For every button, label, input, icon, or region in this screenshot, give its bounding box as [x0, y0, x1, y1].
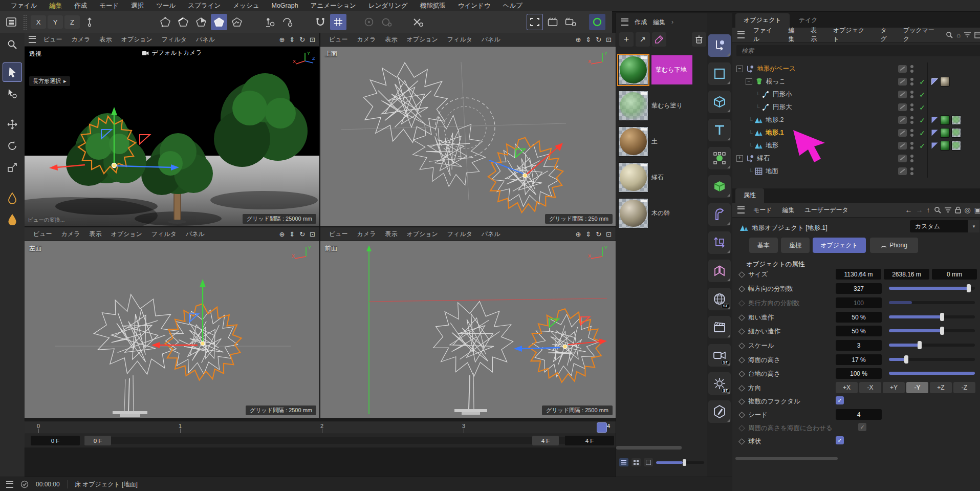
- phong-tag-icon[interactable]: [931, 78, 939, 86]
- parent-object-icon[interactable]: ↑: [927, 206, 930, 214]
- vp-menu-view[interactable]: ビュー: [324, 35, 353, 44]
- enable-check[interactable]: ✓: [917, 129, 927, 137]
- pan-view-icon[interactable]: ⊕: [279, 36, 285, 44]
- width-segments-slider[interactable]: [889, 287, 975, 290]
- quantize-settings-icon[interactable]: [379, 14, 395, 30]
- anim-key-icon[interactable]: [738, 438, 745, 445]
- tree-row-terrain[interactable]: └ 地形 ✓: [732, 139, 980, 152]
- modeling-axis-icon[interactable]: [409, 14, 426, 30]
- object-label[interactable]: 円形小: [773, 90, 792, 99]
- plateau-level-field[interactable]: 100 %: [836, 368, 882, 379]
- material-thumbnail[interactable]: [618, 126, 648, 157]
- spline-rectangle-icon[interactable]: [708, 62, 731, 85]
- vp-menu-filter[interactable]: フィルタ: [443, 230, 477, 239]
- viewport-perspective-canvas[interactable]: 透視 デフォルトカメラ 長方形選択▸ ビューの変換... グリッド間隔 : 25…: [25, 47, 319, 226]
- visibility-toggles[interactable]: [909, 103, 915, 111]
- pan-view-icon[interactable]: ⊕: [575, 36, 581, 44]
- material-paint-button[interactable]: [652, 32, 666, 47]
- workplane-icon[interactable]: [262, 14, 278, 30]
- tree-row-roots[interactable]: − 根っこ ✓: [732, 75, 980, 88]
- small-icons-view-icon[interactable]: [631, 458, 641, 466]
- om-menu-objects[interactable]: オブジェクト: [829, 26, 875, 44]
- track-icon[interactable]: ◎: [965, 206, 971, 214]
- annotate-pen-icon[interactable]: [708, 400, 731, 423]
- tab-objects[interactable]: オブジェクト: [735, 13, 790, 28]
- large-icons-view-icon[interactable]: [644, 458, 653, 466]
- search-icon[interactable]: [946, 31, 953, 38]
- polygons-mode-button[interactable]: [193, 14, 209, 30]
- menu-create[interactable]: 作成: [69, 2, 93, 10]
- tab-phong[interactable]: Phong: [870, 238, 918, 253]
- rough-furrows-field[interactable]: 50 %: [836, 312, 882, 323]
- orientation-minus-x[interactable]: -X: [859, 382, 881, 393]
- enable-check[interactable]: ✓: [917, 142, 927, 150]
- render-settings-button[interactable]: [562, 14, 579, 30]
- bend-deformer-icon[interactable]: [708, 203, 731, 226]
- vp-menu-panel[interactable]: パネル: [191, 35, 220, 44]
- preset-value[interactable]: カスタム: [910, 220, 968, 232]
- visibility-toggles[interactable]: [909, 78, 915, 86]
- list-view-icon[interactable]: [619, 458, 628, 466]
- rotate-view-icon[interactable]: ↻: [299, 36, 305, 44]
- om-menu-tags[interactable]: タグ: [876, 26, 897, 44]
- z-lock-button[interactable]: Z: [64, 15, 80, 29]
- panel-splitter[interactable]: [735, 457, 838, 460]
- material-tag-icon[interactable]: [951, 115, 961, 125]
- object-label[interactable]: 根っこ: [766, 77, 786, 86]
- status-menu-icon[interactable]: [6, 481, 13, 488]
- material-tag-icon[interactable]: [951, 141, 961, 151]
- expand-icon[interactable]: +: [736, 155, 743, 162]
- texture-mode-button[interactable]: [229, 14, 245, 30]
- zoom-view-icon[interactable]: ⇕: [585, 36, 591, 44]
- edges-mode-button[interactable]: [175, 14, 191, 30]
- material-link-button[interactable]: ↗: [636, 32, 650, 47]
- menu-tools[interactable]: ツール: [150, 2, 181, 10]
- vp-menu-panel[interactable]: パネル: [181, 230, 209, 239]
- menu-mesh[interactable]: メッシュ: [227, 2, 265, 10]
- model-mode-button[interactable]: [211, 14, 227, 30]
- menu-window[interactable]: ウインドウ: [452, 2, 496, 10]
- vp-menu-filter[interactable]: フィルタ: [157, 35, 191, 44]
- field-icon[interactable]: [708, 147, 731, 169]
- material-menu-more-icon[interactable]: ›: [671, 18, 673, 26]
- scale-field[interactable]: 3: [836, 340, 882, 351]
- size-x-field[interactable]: 1130.64 m: [836, 269, 881, 280]
- orientation-minus-y[interactable]: -Y: [906, 382, 928, 393]
- menu-mograph[interactable]: MoGraph: [266, 2, 304, 9]
- zoom-view-icon[interactable]: ⇕: [585, 230, 591, 238]
- object-label[interactable]: 地面: [766, 167, 778, 176]
- attr-menu-edit[interactable]: 編集: [778, 206, 799, 215]
- anim-key-icon[interactable]: [738, 371, 745, 377]
- camera-label[interactable]: デフォルトカメラ: [142, 49, 202, 57]
- visibility-toggles[interactable]: [909, 91, 915, 98]
- globe-st-icon[interactable]: ST: [708, 288, 731, 310]
- tree-row-terrain-base[interactable]: − 地形がベース: [732, 62, 980, 75]
- interactive-render-region-button[interactable]: [589, 14, 605, 30]
- rough-furrows-slider[interactable]: [889, 315, 975, 318]
- lock-icon[interactable]: [955, 206, 961, 214]
- visibility-toggles[interactable]: [909, 129, 915, 137]
- vp-menu-panel[interactable]: パネル: [477, 35, 505, 44]
- enable-check[interactable]: ✓: [917, 78, 927, 86]
- material-name[interactable]: 葉むら塗り: [651, 101, 683, 110]
- current-frame-field[interactable]: 0 F: [31, 436, 80, 445]
- orientation-plus-y[interactable]: +Y: [883, 382, 905, 393]
- visibility-toggles[interactable]: [909, 142, 915, 150]
- vp-menu-display[interactable]: 表示: [84, 230, 106, 239]
- timeline-playhead[interactable]: [597, 422, 607, 433]
- material-item[interactable]: 葉むら下地: [618, 55, 705, 84]
- viewport-menu-icon[interactable]: [29, 36, 36, 43]
- scale-tool-icon[interactable]: [3, 158, 22, 177]
- maximize-view-icon[interactable]: ⊡: [310, 230, 315, 238]
- anim-key-icon[interactable]: [738, 314, 745, 321]
- sculpt-pull-brush-icon[interactable]: [3, 188, 22, 208]
- viewport-front[interactable]: ビュー カメラ 表示 オプション フィルタ パネル ⊕⇕↻⊡: [320, 227, 616, 418]
- quantize-icon[interactable]: [361, 14, 377, 30]
- menu-edit[interactable]: 編集: [43, 2, 68, 10]
- anim-key-icon[interactable]: [738, 385, 745, 392]
- visibility-toggles[interactable]: [909, 167, 915, 175]
- vp-menu-camera[interactable]: カメラ: [353, 230, 381, 239]
- material-menu-edit[interactable]: 編集: [653, 18, 665, 27]
- vp-menu-panel[interactable]: パネル: [477, 230, 505, 239]
- material-tag-icon[interactable]: [940, 128, 950, 138]
